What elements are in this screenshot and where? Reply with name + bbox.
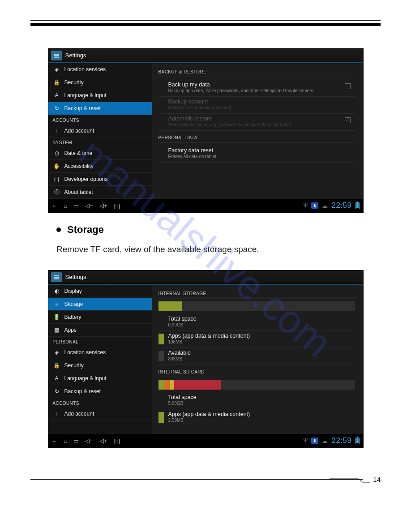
- usage-seg: [174, 380, 221, 390]
- row-available-internal[interactable]: Available 893MB: [158, 348, 355, 365]
- nav-voldown-icon[interactable]: ◁−: [85, 202, 93, 209]
- bullet-icon: [56, 227, 61, 232]
- section-internal-sd: INTERNAL SD CARD: [158, 369, 355, 377]
- row-apps-internal[interactable]: Apps (app data & media content) 106MB: [158, 331, 355, 348]
- refresh-icon: ↻: [53, 105, 61, 112]
- sidebar-category-accounts: ACCOUNTS: [48, 398, 152, 408]
- sidebar-item-apps[interactable]: ▦Apps: [48, 324, 152, 337]
- sidebar-label: Accessibility: [64, 163, 94, 169]
- sidebar-item-datetime[interactable]: ◷Date & time: [48, 147, 152, 160]
- row-title: Available: [168, 350, 355, 356]
- svg-rect-1: [54, 55, 59, 56]
- app-title: Settings: [65, 274, 86, 280]
- row-title: Total space: [168, 316, 355, 322]
- sidebar-item-add-account[interactable]: ＋Add account: [48, 124, 152, 137]
- nav-recent-icon[interactable]: ▭: [73, 202, 79, 209]
- row-subtitle: 2.59MB: [168, 418, 355, 423]
- usage-seg-apps: [158, 301, 182, 311]
- row-factory-reset[interactable]: Factory data reset Erases all data on ta…: [158, 146, 355, 163]
- usb-icon: Ψ: [303, 202, 308, 209]
- row-total-space-sd[interactable]: Total space 5.88GB: [158, 392, 355, 409]
- info-icon: ⓘ: [53, 189, 61, 196]
- sidebar-item-language[interactable]: ALanguage & input: [48, 89, 152, 102]
- sidebar-item-backup-reset[interactable]: ↻Backup & reset: [48, 385, 152, 398]
- row-title: Back up my data: [168, 82, 355, 88]
- sidebar-item-language[interactable]: ALanguage & input: [48, 372, 152, 385]
- clock-text[interactable]: 22:59: [331, 436, 351, 445]
- nav-home-icon[interactable]: ⌂: [64, 438, 68, 444]
- clock-icon: ◷: [53, 150, 61, 156]
- sidebar-category-system: SYSTEM: [48, 137, 152, 147]
- usage-seg: [158, 380, 164, 390]
- row-subtitle: 106MB: [168, 339, 355, 344]
- download-tray-icon[interactable]: ⬇: [311, 438, 318, 444]
- sidebar-item-developer[interactable]: { }Developer options: [48, 173, 152, 186]
- system-navbar: ← ⌂ ▭ ◁− ◁+ [○] Ψ ⬇ ☁ 22:59: [48, 434, 363, 447]
- sidebar-item-about[interactable]: ⓘAbout tablet: [48, 186, 152, 199]
- lock-icon: 🔒: [53, 79, 61, 86]
- sidebar-label: Date & time: [64, 150, 93, 156]
- svg-rect-0: [54, 54, 59, 55]
- checkbox-auto-restore: [345, 117, 351, 123]
- sidebar-label: Backup & reset: [64, 105, 101, 112]
- row-backup-my-data[interactable]: Back up my data Back up app data, Wi-Fi …: [158, 80, 355, 97]
- sidebar-label: Location services: [64, 66, 106, 73]
- plus-icon: ＋: [53, 410, 61, 418]
- sidebar-item-backup-reset[interactable]: ↻Backup & reset: [48, 102, 152, 115]
- nav-volup-icon[interactable]: ◁+: [99, 438, 107, 444]
- sidebar-item-battery[interactable]: 🔋Battery: [48, 311, 152, 324]
- storage-main-pane: INTERNAL STORAGE Total space 0.99GB Apps…: [152, 285, 363, 434]
- row-subtitle: 5.88GB: [168, 401, 355, 406]
- heading-storage: Storage: [67, 224, 104, 236]
- row-subtitle: 0.99GB: [168, 322, 355, 327]
- sidebar-item-accessibility[interactable]: ✋Accessibility: [48, 160, 152, 173]
- sidebar-category-personal: PERSONAL: [48, 337, 152, 346]
- apps-icon: ▦: [53, 327, 61, 333]
- page-number: 14: [373, 476, 381, 483]
- letter-a-icon: A: [53, 375, 61, 382]
- settings-app-icon: [51, 272, 62, 282]
- sidebar-category-accounts: ACCOUNTS: [48, 115, 152, 124]
- svg-rect-5: [54, 278, 59, 279]
- sidebar-item-security[interactable]: 🔒Security: [48, 76, 152, 89]
- display-icon: ◐: [53, 288, 61, 294]
- nav-back-icon[interactable]: ←: [52, 438, 58, 444]
- section-internal-storage: INTERNAL STORAGE: [158, 291, 355, 299]
- sidebar-item-display[interactable]: ◐Display: [48, 285, 152, 298]
- row-subtitle: 893MB: [168, 356, 355, 361]
- row-automatic-restore: Automatic restore When reinstalling an a…: [158, 114, 355, 131]
- row-subtitle: Erases all data on tablet: [168, 154, 355, 159]
- storage-icon: ≡: [53, 301, 61, 307]
- sidebar-item-security[interactable]: 🔒Security: [48, 359, 152, 372]
- nav-screenshot-icon[interactable]: [○]: [114, 438, 120, 444]
- sidebar-label: Backup & reset: [64, 388, 101, 395]
- clock-text[interactable]: 22:59: [331, 201, 351, 210]
- nav-recent-icon[interactable]: ▭: [73, 438, 79, 444]
- nav-back-icon[interactable]: ←: [52, 202, 58, 209]
- sidebar-label: Developer options: [64, 176, 108, 182]
- row-total-space[interactable]: Total space 0.99GB: [158, 314, 355, 331]
- target-icon: ◈: [53, 349, 61, 356]
- nav-voldown-icon[interactable]: ◁−: [85, 438, 93, 444]
- row-title: Apps (app data & media content): [168, 333, 355, 339]
- svg-rect-4: [54, 277, 59, 278]
- target-icon: ◈: [53, 66, 61, 73]
- sidebar-item-add-account[interactable]: ＋Add account: [48, 408, 152, 420]
- color-swatch-apps: [158, 412, 164, 423]
- sidebar-item-location[interactable]: ◈Location services: [48, 346, 152, 359]
- row-apps-sd[interactable]: Apps (app data & media content) 2.59MB: [158, 409, 355, 426]
- nav-screenshot-icon[interactable]: [○]: [114, 202, 120, 209]
- screenshot-backup-reset: Settings ◈Location services 🔒Security AL…: [48, 48, 364, 213]
- row-subtitle: When reinstalling an app, restore backed…: [168, 122, 355, 127]
- checkbox-backup[interactable]: [345, 83, 351, 89]
- letter-a-icon: A: [53, 92, 61, 99]
- sidebar-label: About tablet: [64, 189, 93, 195]
- sidebar-label: Location services: [64, 349, 106, 356]
- nav-volup-icon[interactable]: ◁+: [99, 202, 107, 209]
- sidebar-item-storage[interactable]: ≡Storage: [48, 298, 152, 311]
- nav-home-icon[interactable]: ⌂: [64, 202, 68, 209]
- sidebar-label: Add account: [64, 411, 94, 417]
- cloud-icon: ☁: [322, 202, 328, 209]
- download-tray-icon[interactable]: ⬇: [311, 202, 318, 209]
- sidebar-item-location[interactable]: ◈Location services: [48, 63, 152, 76]
